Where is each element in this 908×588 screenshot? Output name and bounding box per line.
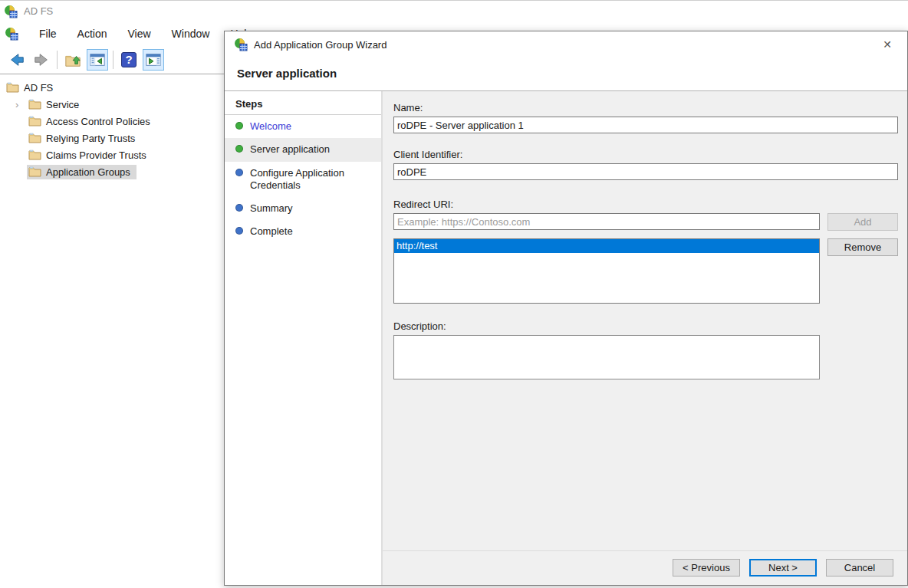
step-bullet-icon — [235, 169, 243, 176]
client-identifier-label: Client Identifier: — [393, 149, 898, 160]
tree-item-label: Claims Provider Trusts — [46, 149, 146, 161]
step-label: Summary — [250, 202, 293, 215]
tree-item-label: Relying Party Trusts — [46, 133, 135, 144]
step-bullet-icon — [235, 227, 243, 235]
folder-icon — [28, 99, 41, 110]
window-titlebar: AD FS — [0, 1, 908, 21]
tree-item-label: AD FS — [24, 82, 53, 94]
wizard-step[interactable]: Complete — [225, 220, 381, 243]
wizard-app-icon — [234, 38, 248, 51]
client-identifier-input[interactable] — [393, 163, 898, 180]
cancel-button[interactable]: Cancel — [826, 559, 893, 577]
wizard-step[interactable]: Welcome — [225, 115, 381, 138]
steps-panel: Steps Welcome Server application Configu… — [225, 91, 383, 585]
tree-item-label: Service — [46, 99, 79, 110]
up-one-level-button[interactable] — [62, 49, 84, 71]
step-bullet-icon — [235, 204, 243, 212]
menubar-app-icon — [5, 27, 18, 41]
forward-button[interactable] — [31, 49, 52, 71]
wizard-content: Name: Client Identifier: Redirect URI: A… — [383, 91, 907, 585]
back-icon — [8, 51, 25, 68]
show-console-tree-icon — [89, 51, 106, 68]
menu-item[interactable]: File — [39, 28, 57, 40]
close-icon[interactable]: ✕ — [877, 38, 898, 51]
toolbar-separator — [113, 51, 114, 69]
folder-icon — [6, 82, 19, 93]
step-label: Welcome — [250, 120, 291, 133]
toolbar-separator — [57, 51, 58, 69]
wizard-step[interactable]: Server application — [225, 138, 381, 161]
tree-item-label: Access Control Policies — [46, 116, 150, 127]
redirect-uri-label: Redirect URI: — [393, 199, 898, 210]
add-button[interactable]: Add — [827, 213, 898, 231]
window-title: AD FS — [24, 5, 53, 17]
name-input[interactable] — [393, 117, 898, 133]
step-bullet-icon — [235, 122, 243, 130]
steps-header: Steps — [225, 91, 381, 115]
back-button[interactable] — [6, 49, 28, 71]
step-label: Complete — [250, 225, 293, 238]
adfs-app-icon — [4, 5, 18, 18]
folder-icon — [28, 116, 41, 126]
step-bullet-icon — [235, 145, 243, 153]
up-folder-icon — [64, 51, 81, 68]
description-label: Description: — [393, 320, 898, 332]
help-icon: ? — [121, 52, 137, 67]
previous-button[interactable]: < Previous — [673, 559, 740, 577]
menu-item[interactable]: Action — [77, 28, 107, 40]
folder-icon — [28, 149, 41, 160]
add-application-group-wizard-dialog: Add Application Group Wizard ✕ Server ap… — [224, 31, 908, 586]
wizard-step[interactable]: Configure Application Credentials — [225, 162, 381, 198]
remove-button[interactable]: Remove — [827, 238, 898, 256]
redirect-uri-listbox[interactable]: http://test — [393, 238, 820, 304]
show-console-tree-button[interactable] — [87, 49, 108, 71]
redirect-uri-list-item[interactable]: http://test — [394, 239, 819, 253]
forward-icon — [33, 51, 50, 68]
folder-icon — [28, 133, 41, 143]
menu-item[interactable]: Window — [172, 28, 210, 40]
wizard-footer: < Previous Next > Cancel — [383, 550, 907, 585]
step-label: Configure Application Credentials — [250, 167, 373, 192]
dialog-title: Add Application Group Wizard — [254, 39, 877, 51]
menu-item[interactable]: View — [127, 28, 150, 40]
wizard-page-heading: Server application — [225, 57, 907, 91]
show-action-pane-icon — [145, 51, 162, 68]
help-button[interactable]: ? — [118, 49, 140, 71]
wizard-step[interactable]: Summary — [225, 197, 381, 220]
description-textarea[interactable] — [393, 335, 820, 379]
redirect-uri-input[interactable] — [393, 213, 820, 230]
tree-item-label: Application Groups — [46, 166, 130, 178]
step-label: Server application — [250, 143, 330, 156]
next-button[interactable]: Next > — [749, 559, 817, 577]
dialog-titlebar: Add Application Group Wizard ✕ — [225, 31, 907, 57]
name-label: Name: — [393, 102, 898, 113]
folder-icon — [28, 166, 41, 177]
chevron-right-icon[interactable]: › — [15, 100, 27, 110]
show-action-pane-button[interactable] — [143, 49, 164, 71]
